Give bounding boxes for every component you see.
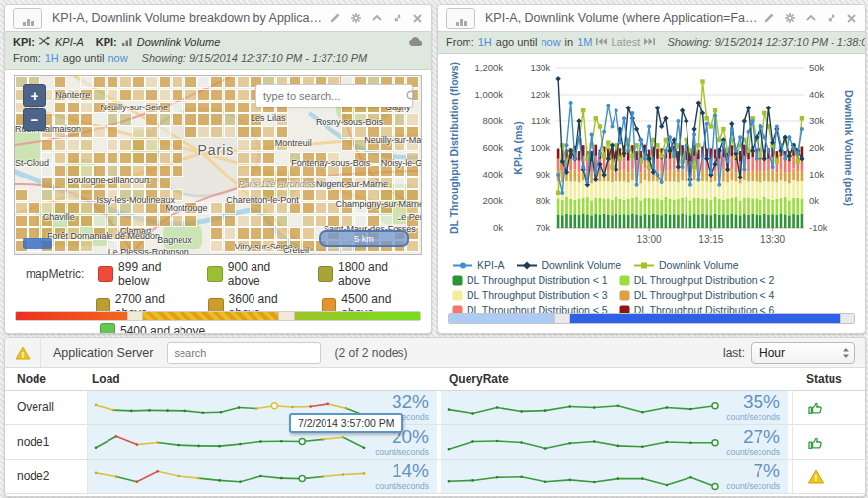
map-grid-cell[interactable]: [173, 77, 183, 87]
map-grid-cell[interactable]: [55, 103, 66, 112]
map-grid-cell[interactable]: [251, 140, 261, 150]
map-grid-cell[interactable]: [211, 216, 222, 226]
map-grid-cell[interactable]: [81, 166, 92, 176]
map-grid-cell[interactable]: [29, 216, 39, 226]
zoom-in-button[interactable]: +: [23, 84, 46, 107]
map-grid-cell[interactable]: [120, 140, 131, 150]
skip-forward-icon[interactable]: [644, 36, 655, 48]
chart-legend-item[interactable]: DL Throughput Distribution < 3: [452, 289, 608, 302]
map-grid-cell[interactable]: [263, 127, 274, 137]
map-grid-cell[interactable]: [342, 140, 353, 150]
map-grid-cell[interactable]: [211, 114, 222, 124]
map-grid-cell[interactable]: [263, 140, 274, 150]
map-grid-cell[interactable]: [407, 114, 418, 124]
column-header-queryrate[interactable]: QueryRate: [441, 372, 788, 386]
map-grid-cell[interactable]: [251, 228, 261, 238]
map-grid-cell[interactable]: [342, 127, 353, 137]
map-grid-cell[interactable]: [251, 216, 261, 226]
map-grid-cell[interactable]: [185, 103, 196, 112]
map-grid-cell[interactable]: [185, 114, 196, 124]
map-grid-cell[interactable]: [108, 90, 118, 100]
map-grid-cell[interactable]: [108, 166, 118, 176]
map-grid-cell[interactable]: [211, 77, 222, 87]
map-grid-cell[interactable]: [146, 114, 157, 124]
chart-legend-item[interactable]: Downlink Volume: [633, 259, 739, 272]
map-grid-cell[interactable]: [238, 127, 249, 137]
map-grid-cell[interactable]: [185, 216, 196, 226]
cloud-download-icon[interactable]: [408, 36, 423, 49]
map-grid-cell[interactable]: [68, 103, 79, 112]
map-grid-cell[interactable]: [68, 153, 79, 163]
node-search-input[interactable]: [167, 342, 321, 364]
table-row[interactable]: Overall32%count/seconds35%count/seconds: [5, 391, 865, 425]
map-grid-cell[interactable]: [160, 216, 171, 226]
map-grid-cell[interactable]: [81, 203, 92, 213]
close-icon[interactable]: [412, 13, 423, 24]
map-grid-cell[interactable]: [133, 90, 144, 100]
map-legend-item[interactable]: 1800 and above: [318, 260, 421, 288]
column-header-status[interactable]: Status: [792, 372, 865, 386]
map-grid-cell[interactable]: [108, 77, 118, 87]
map[interactable]: NanterreNeuilly-sur-SeineNoisy-le-SecGag…: [14, 75, 422, 255]
map-grid-cell[interactable]: [238, 228, 249, 238]
edit-icon[interactable]: [329, 12, 341, 24]
map-grid-cell[interactable]: [160, 178, 171, 187]
scrollbar-handle-left[interactable]: [554, 314, 570, 323]
map-grid-cell[interactable]: [238, 90, 249, 100]
map-grid-cell[interactable]: [238, 166, 249, 176]
map-grid-cell[interactable]: [160, 166, 171, 176]
map-grid-cell[interactable]: [160, 127, 171, 137]
gear-icon[interactable]: [350, 12, 362, 24]
map-grid-cell[interactable]: [263, 166, 274, 176]
map-grid-cell[interactable]: [303, 216, 314, 226]
map-grid-cell[interactable]: [225, 127, 236, 137]
map-grid-cell[interactable]: [108, 140, 118, 150]
map-grid-cell[interactable]: [55, 153, 66, 163]
map-grid-cell[interactable]: [146, 166, 157, 176]
map-grid-cell[interactable]: [173, 166, 183, 176]
refresh-icon[interactable]: [405, 87, 417, 105]
map-grid-cell[interactable]: [146, 216, 157, 226]
kpi2-value[interactable]: Downlink Volume: [137, 36, 221, 48]
map-grid-cell[interactable]: [55, 241, 66, 250]
map-grid-cell[interactable]: [238, 103, 249, 112]
map-grid-cell[interactable]: [395, 114, 405, 124]
map-grid-cell[interactable]: [238, 140, 249, 150]
collapse-icon[interactable]: [805, 12, 817, 24]
map-grid-cell[interactable]: [94, 153, 105, 163]
map-grid-cell[interactable]: [81, 77, 92, 87]
map-grid-cell[interactable]: [160, 77, 171, 87]
table-row[interactable]: node214%count/seconds7%count/seconds!: [5, 460, 865, 494]
map-grid-cell[interactable]: [68, 241, 79, 250]
map-grid-cell[interactable]: [238, 153, 249, 163]
map-grid-cell[interactable]: [29, 203, 39, 213]
map-grid-cell[interactable]: [251, 153, 261, 163]
map-grid-cell[interactable]: [238, 216, 249, 226]
map-grid-cell[interactable]: [225, 103, 236, 112]
load-cell[interactable]: 14%count/seconds: [88, 460, 437, 493]
map-grid-cell[interactable]: [81, 190, 92, 200]
map-grid-cell[interactable]: [81, 114, 92, 124]
map-grid-cell[interactable]: [251, 127, 261, 137]
map-grid-cell[interactable]: [42, 190, 53, 200]
map-grid-cell[interactable]: [16, 190, 27, 200]
map-grid-cell[interactable]: [263, 216, 274, 226]
map-grid-cell[interactable]: [68, 166, 79, 176]
from-link[interactable]: 1H: [478, 36, 492, 48]
map-search-input[interactable]: [261, 89, 405, 103]
map-grid-cell[interactable]: [160, 90, 171, 100]
queryrate-cell[interactable]: 7%count/seconds: [441, 460, 788, 493]
map-grid-cell[interactable]: [55, 178, 66, 187]
map-grid-cell[interactable]: [133, 127, 144, 137]
map-grid-cell[interactable]: [120, 153, 131, 163]
close-icon[interactable]: [846, 13, 857, 24]
map-grid-cell[interactable]: [146, 153, 157, 163]
collapse-icon[interactable]: [371, 12, 383, 24]
map-grid-cell[interactable]: [81, 127, 92, 137]
map-grid-cell[interactable]: [303, 203, 314, 213]
map-grid-cell[interactable]: [303, 190, 314, 200]
map-grid-cell[interactable]: [94, 77, 105, 87]
map-grid-cell[interactable]: [173, 114, 183, 124]
last-period-select[interactable]: Hour: [751, 342, 855, 364]
map-grid-cell[interactable]: [173, 103, 183, 112]
